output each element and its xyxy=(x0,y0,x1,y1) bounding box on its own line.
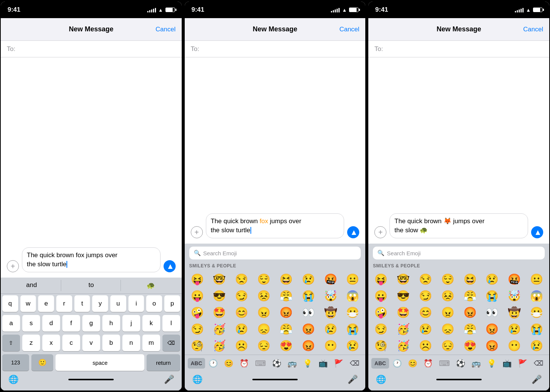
emoji-cell[interactable]: 😡 xyxy=(481,321,504,337)
key-j[interactable]: j xyxy=(122,315,140,332)
globe-icon-1[interactable]: 🌐 xyxy=(8,375,19,384)
emoji-tab-sports[interactable]: ⚽ xyxy=(270,357,284,369)
emoji-tab-clock-3[interactable]: 🕐 xyxy=(390,357,404,369)
key-emoji[interactable]: 🙂 xyxy=(31,354,54,371)
emoji-cell[interactable]: 😆 xyxy=(275,271,297,287)
emoji-cell[interactable]: 🧐 xyxy=(370,337,392,354)
text-input-1[interactable]: The quick brown fox jumps overthe slow t… xyxy=(22,247,161,272)
emoji-cell[interactable]: 😠 xyxy=(437,304,459,321)
emoji-cell[interactable]: 😶 xyxy=(320,337,342,354)
key-l[interactable]: l xyxy=(162,315,180,332)
autocorrect-to[interactable]: to xyxy=(62,280,121,291)
emoji-cell[interactable]: 😣 xyxy=(253,287,275,304)
abc-button-2[interactable]: ABC xyxy=(188,358,205,369)
cancel-button-3[interactable]: Cancel xyxy=(523,26,543,33)
emoji-cell[interactable]: 🥳 xyxy=(209,337,231,354)
emoji-cell[interactable]: 😍 xyxy=(275,337,297,354)
emoji-cell[interactable]: 😡 xyxy=(275,304,297,321)
send-button-2[interactable]: ▶ xyxy=(347,226,359,238)
abc-button-3[interactable]: ABC xyxy=(371,358,389,369)
key-g[interactable]: g xyxy=(82,315,100,332)
emoji-cell[interactable]: 😊 xyxy=(414,304,437,321)
key-u[interactable]: u xyxy=(110,295,126,312)
emoji-cell[interactable]: 😤 xyxy=(459,321,481,337)
key-i[interactable]: i xyxy=(128,295,144,312)
emoji-tab-clock[interactable]: 🕐 xyxy=(206,357,220,369)
emoji-cell[interactable]: 😒 xyxy=(230,271,253,287)
emoji-cell[interactable]: 😊 xyxy=(230,304,253,321)
emoji-tab-sports-3[interactable]: ⚽ xyxy=(454,357,468,369)
emoji-cell[interactable]: 🥳 xyxy=(392,321,414,337)
key-y[interactable]: y xyxy=(92,295,108,312)
emoji-tab-time-3[interactable]: ⏰ xyxy=(421,357,435,369)
globe-icon-2[interactable]: 🌐 xyxy=(192,375,202,384)
key-z[interactable]: z xyxy=(22,335,40,351)
emoji-cell[interactable]: 😭 xyxy=(481,287,504,304)
emoji-cell[interactable]: 🤓 xyxy=(392,271,414,287)
autocorrect-turtle[interactable]: 🐢 xyxy=(122,280,180,291)
send-button-1[interactable]: ▶ xyxy=(164,260,176,272)
emoji-cell[interactable]: 🤯 xyxy=(503,287,525,304)
key-d[interactable]: d xyxy=(42,315,60,332)
emoji-cell[interactable]: 😢 xyxy=(297,271,320,287)
emoji-tab-time[interactable]: ⏰ xyxy=(237,357,251,369)
emoji-cell[interactable]: 😛 xyxy=(370,287,392,304)
emoji-cell[interactable]: 😭 xyxy=(342,321,364,337)
emoji-cell[interactable]: 🥳 xyxy=(209,321,231,337)
emoji-cell[interactable]: 🤠 xyxy=(320,304,342,321)
emoji-cell[interactable]: 🤠 xyxy=(503,304,525,321)
mic-icon-3[interactable]: 🎤 xyxy=(531,375,542,384)
emoji-cell[interactable]: 😢 xyxy=(320,321,342,337)
emoji-search-input-2[interactable]: 🔍 Search Emoji xyxy=(189,247,361,259)
emoji-cell[interactable]: 🤯 xyxy=(320,287,342,304)
emoji-cell[interactable]: 😢 xyxy=(342,337,364,354)
emoji-cell[interactable]: 😶 xyxy=(503,337,525,354)
backspace-button-2[interactable]: ⌫ xyxy=(347,358,362,369)
emoji-cell[interactable]: 😞 xyxy=(437,321,459,337)
key-v[interactable]: v xyxy=(82,335,100,351)
emoji-cell[interactable]: 😤 xyxy=(459,287,481,304)
to-field-2[interactable]: To: xyxy=(185,41,366,57)
emoji-cell[interactable]: 🤓 xyxy=(209,271,231,287)
emoji-cell[interactable]: 😏 xyxy=(230,287,253,304)
emoji-cell[interactable]: 😤 xyxy=(275,321,297,337)
emoji-cell[interactable]: 😷 xyxy=(525,304,548,321)
key-t[interactable]: t xyxy=(74,295,90,312)
emoji-tab-smiley-3[interactable]: 😊 xyxy=(406,357,420,369)
emoji-cell[interactable]: 😤 xyxy=(275,287,297,304)
key-c[interactable]: c xyxy=(62,335,80,351)
emoji-cell[interactable]: 😝 xyxy=(186,271,209,287)
text-input-2[interactable]: The quick brown fox jumps overthe slow t… xyxy=(206,213,345,238)
emoji-tab-travel[interactable]: 🚌 xyxy=(285,357,299,369)
key-numbers[interactable]: 123 xyxy=(2,354,29,371)
key-e[interactable]: e xyxy=(38,295,54,312)
emoji-tab-flags[interactable]: 🚩 xyxy=(332,357,346,369)
key-f[interactable]: f xyxy=(62,315,80,332)
emoji-cell[interactable]: 😛 xyxy=(186,287,209,304)
cancel-button-1[interactable]: Cancel xyxy=(156,26,176,33)
emoji-cell[interactable]: 😏 xyxy=(370,321,392,337)
key-q[interactable]: q xyxy=(2,295,18,312)
globe-icon-3[interactable]: 🌐 xyxy=(376,375,386,384)
emoji-cell[interactable]: 😭 xyxy=(297,287,320,304)
emoji-tab-objects-3[interactable]: 💡 xyxy=(485,357,499,369)
emoji-cell[interactable]: ☹️ xyxy=(414,337,437,354)
emoji-search-input-3[interactable]: 🔍 Search Emoji xyxy=(373,247,545,259)
emoji-cell[interactable]: 😢 xyxy=(230,321,253,337)
emoji-cell[interactable]: 😱 xyxy=(525,287,548,304)
backspace-button-3[interactable]: ⌫ xyxy=(531,358,546,369)
emoji-cell[interactable]: 😢 xyxy=(414,321,437,337)
key-b[interactable]: b xyxy=(102,335,120,351)
emoji-cell[interactable]: 👀 xyxy=(297,304,320,321)
emoji-cell[interactable]: 😏 xyxy=(186,321,209,337)
emoji-tab-objects[interactable]: 💡 xyxy=(301,357,315,369)
key-space[interactable]: space xyxy=(56,354,144,371)
key-backspace[interactable]: ⌫ xyxy=(162,335,180,351)
emoji-tab-keyboard[interactable]: ⌨ xyxy=(253,357,268,369)
key-shift[interactable]: ⇧ xyxy=(2,335,20,351)
emoji-tab-keyboard-3[interactable]: ⌨ xyxy=(437,357,452,369)
emoji-tab-smiley[interactable]: 😊 xyxy=(222,357,236,369)
emoji-cell[interactable]: 😡 xyxy=(297,337,320,354)
mic-icon-1[interactable]: 🎤 xyxy=(164,375,174,384)
emoji-cell[interactable]: ☹️ xyxy=(230,337,253,354)
